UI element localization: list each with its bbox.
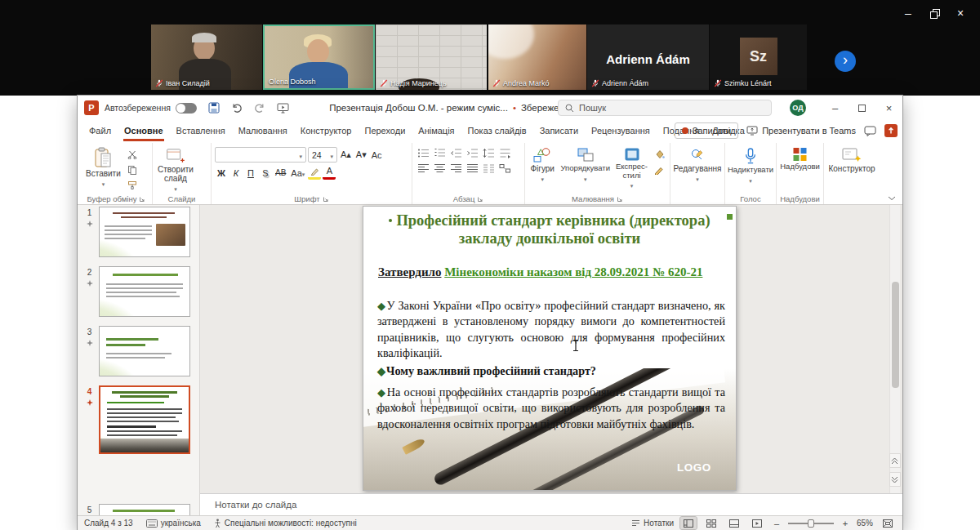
tab-transitions[interactable]: Переходи — [358, 120, 412, 141]
dictate-button[interactable]: Надиктувати — [726, 145, 775, 193]
grow-font-button[interactable]: А▴ — [339, 148, 353, 162]
tab-home[interactable]: Основне — [118, 120, 170, 141]
dialog-launcher-icon[interactable] — [323, 196, 329, 203]
addins-button[interactable]: Надбудови — [778, 145, 822, 193]
redo-button[interactable] — [252, 100, 267, 115]
font-size-combo[interactable]: 24 — [308, 147, 337, 163]
editing-button[interactable]: Редагування — [672, 145, 724, 193]
autosave-toggle[interactable] — [176, 103, 197, 114]
window-close-button[interactable]: × — [947, 4, 973, 22]
participant-tile[interactable]: Andrea Markó — [488, 24, 586, 90]
undo-button[interactable] — [229, 100, 244, 115]
save-button[interactable] — [207, 100, 221, 115]
paste-button[interactable]: Вставити — [84, 145, 122, 193]
columns-button[interactable] — [481, 163, 496, 175]
slide-thumbnail[interactable] — [99, 504, 190, 515]
slideshow-view-button[interactable] — [749, 517, 765, 529]
next-slide-button[interactable] — [889, 472, 901, 487]
arrange-button[interactable]: Упорядкувати — [559, 145, 612, 193]
tab-review[interactable]: Рецензування — [585, 120, 657, 141]
language-button[interactable]: українська — [146, 519, 201, 528]
account-badge[interactable]: ОД — [790, 100, 806, 116]
convert-smartart-button[interactable] — [497, 163, 512, 175]
dialog-launcher-icon[interactable] — [139, 196, 145, 203]
normal-view-button[interactable] — [680, 517, 697, 529]
previous-slide-button[interactable] — [889, 453, 901, 468]
slide-thumbnail[interactable] — [99, 266, 190, 317]
participant-tile-active-speaker[interactable]: Olena Dobosh — [263, 24, 375, 90]
slide-canvas[interactable]: Професійний стандарт керівника (директор… — [363, 206, 737, 491]
shapes-button[interactable]: Фігури — [528, 145, 556, 193]
quick-styles-button[interactable]: Експрес-стилі — [614, 145, 649, 193]
format-painter-button[interactable] — [125, 179, 140, 191]
approved-hyperlink[interactable]: Мінекономіки наказом від 28.09.2021 № 62… — [444, 265, 702, 278]
slide-paragraph-2[interactable]: ◆Чому важливий професійний стандарт? — [377, 363, 725, 379]
window-restore-button[interactable] — [921, 4, 947, 22]
search-box[interactable]: Пошук — [558, 100, 772, 116]
slide-thumbnail[interactable] — [99, 326, 190, 376]
slide-thumbnail-item-5[interactable]: 5 — [78, 504, 200, 515]
comments-button[interactable] — [864, 126, 876, 136]
zoom-slider-thumb[interactable] — [808, 519, 814, 528]
slide-thumbnail-current[interactable] — [99, 385, 190, 454]
zoom-slider[interactable] — [788, 523, 834, 524]
clear-formatting-button[interactable]: Ас — [370, 148, 384, 162]
increase-indent-button[interactable] — [465, 147, 479, 159]
shape-fill-button[interactable] — [652, 148, 666, 160]
copy-button[interactable] — [125, 163, 140, 176]
highlight-color-button[interactable] — [308, 166, 321, 180]
participant-tile[interactable]: Adrienn Ádám Adrienn Ádám — [587, 24, 709, 90]
accessibility-status[interactable]: Спеціальні можливості: недоступні — [214, 519, 357, 528]
change-case-button[interactable]: Aa — [289, 166, 306, 180]
start-slideshow-icon[interactable] — [275, 100, 290, 115]
ppt-minimize-button[interactable]: – — [822, 96, 849, 120]
scrollbar-thumb[interactable] — [892, 282, 899, 388]
autosave-control[interactable]: Автозбереження — [105, 96, 197, 120]
strikethrough-button[interactable]: АВ — [274, 166, 287, 180]
slide-title[interactable]: Професійний стандарт керівника (директор… — [375, 212, 724, 248]
tab-design[interactable]: Конструктор — [294, 120, 359, 141]
vertical-scrollbar[interactable] — [889, 205, 900, 493]
tab-slideshow[interactable]: Показ слайдів — [461, 120, 533, 141]
font-name-combo[interactable] — [215, 147, 306, 163]
designer-button[interactable]: Конструктор — [826, 145, 876, 193]
tab-file[interactable]: Файл — [82, 120, 118, 141]
reading-view-button[interactable] — [726, 517, 742, 529]
numbering-button[interactable] — [432, 147, 447, 159]
present-in-teams-button[interactable]: Презентувати в Teams — [746, 126, 856, 136]
italic-button[interactable]: К — [229, 166, 243, 180]
font-color-button[interactable]: А — [323, 166, 336, 180]
cut-button[interactable] — [125, 148, 140, 160]
next-participants-button[interactable]: › — [835, 51, 856, 72]
ppt-close-button[interactable]: × — [875, 96, 902, 120]
bold-button[interactable]: Ж — [215, 166, 228, 180]
new-slide-button[interactable]: Створитислайд — [156, 145, 195, 193]
shrink-font-button[interactable]: А▾ — [354, 148, 368, 162]
zoom-out-button[interactable]: – — [772, 519, 782, 528]
tab-record[interactable]: Записати — [533, 120, 585, 141]
record-button[interactable]: Записати — [675, 122, 738, 139]
share-button[interactable] — [884, 124, 898, 137]
collapse-ribbon-button[interactable] — [888, 196, 896, 201]
ppt-maximize-button[interactable] — [849, 96, 875, 120]
justify-button[interactable] — [465, 163, 479, 175]
dialog-launcher-icon[interactable] — [477, 196, 483, 203]
fit-slide-to-window-button[interactable] — [880, 517, 896, 529]
decrease-indent-button[interactable] — [448, 147, 463, 159]
tab-insert[interactable]: Вставлення — [170, 120, 232, 141]
shape-outline-button[interactable] — [652, 163, 666, 176]
notes-pane[interactable]: Нотатки до слайда — [200, 493, 902, 515]
tab-animations[interactable]: Анімація — [412, 120, 461, 141]
align-right-button[interactable] — [448, 163, 463, 175]
participant-tile[interactable]: Sz Szimku Lénárt — [710, 24, 807, 90]
dialog-launcher-icon[interactable] — [617, 196, 623, 203]
text-shadow-button[interactable]: S — [259, 166, 272, 180]
approved-line[interactable]: Затвердило Мінекономіки наказом від 28.0… — [378, 265, 702, 279]
zoom-level[interactable]: 65% — [857, 519, 873, 528]
window-minimize-button[interactable]: – — [895, 4, 921, 22]
zoom-in-button[interactable]: + — [840, 519, 850, 528]
slide-paragraph-3[interactable]: ◆На основі професійних стандартів розроб… — [377, 385, 725, 432]
slide-thumbnail-item-3[interactable]: 3 — [78, 326, 200, 381]
participant-tile[interactable]: Надія Маринець — [376, 24, 487, 90]
align-left-button[interactable] — [416, 163, 430, 175]
